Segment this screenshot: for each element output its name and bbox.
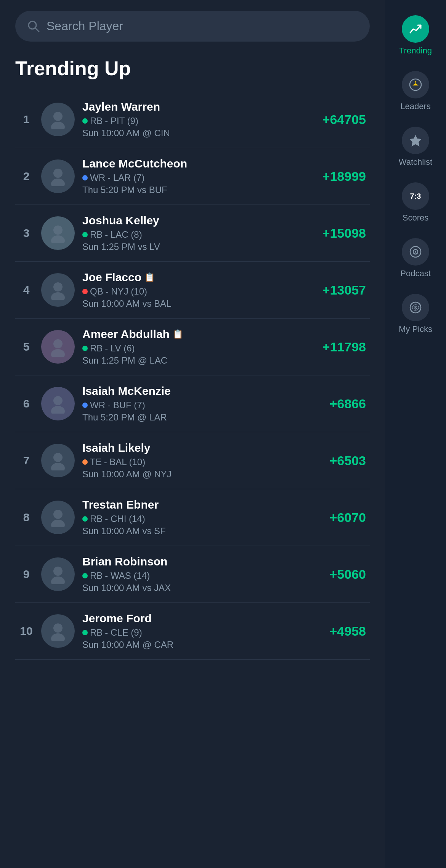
player-info: Lance McCutcheon WR - LAR (7) Thu 5:20 P… — [82, 157, 305, 195]
trending-icon-bg — [402, 15, 429, 43]
avatar — [41, 330, 75, 364]
main-content: Search Player Trending Up 1 Jaylen Warre… — [0, 0, 385, 868]
status-dot — [82, 573, 88, 578]
scores-badge: 7:3 — [407, 190, 424, 202]
sidebar-label-podcast: Podcast — [400, 269, 431, 279]
svg-point-11 — [51, 349, 65, 357]
player-info: Jerome Ford RB - CLE (9) Sun 10:00 AM @ … — [82, 612, 305, 650]
player-separator: - CHI (14) — [105, 514, 145, 524]
avatar-silhouette — [48, 337, 68, 357]
sidebar-item-scores[interactable]: 7:3 Scores — [385, 175, 446, 230]
list-item[interactable]: 1 Jaylen Warren RB - PIT (9) Sun 10:00 A… — [15, 91, 370, 148]
player-position: RB — [90, 570, 103, 581]
player-meta: RB - LAC (8) — [82, 229, 305, 240]
player-name: Ameer Abdullah📋 — [82, 328, 305, 341]
list-item[interactable]: 5 Ameer Abdullah📋 RB - LV (6) Sun 1:25 P… — [15, 319, 370, 375]
player-score: +5060 — [313, 567, 366, 582]
player-rank: 3 — [19, 227, 34, 240]
svg-point-7 — [51, 235, 65, 243]
list-item[interactable]: 2 Lance McCutcheon WR - LAR (7) Thu 5:20… — [15, 148, 370, 205]
svg-point-19 — [51, 577, 65, 584]
player-score: +6866 — [313, 396, 366, 411]
player-rank: 5 — [19, 340, 34, 353]
player-name: Joshua Kelley — [82, 214, 305, 227]
sidebar-item-watchlist[interactable]: Watchlist — [385, 119, 446, 175]
player-info: Ameer Abdullah📋 RB - LV (6) Sun 1:25 PM … — [82, 328, 305, 366]
svg-text:$: $ — [414, 305, 417, 311]
player-name: Jerome Ford — [82, 612, 305, 625]
avatar — [41, 159, 75, 193]
avatar — [41, 387, 75, 420]
scores-icon-bg: 7:3 — [402, 182, 429, 210]
avatar-silhouette — [48, 564, 68, 584]
sidebar-label-leaders: Leaders — [400, 101, 431, 111]
list-item[interactable]: 7 Isaiah Likely TE - BAL (10) Sun 10:00 … — [15, 432, 370, 489]
avatar-silhouette — [48, 166, 68, 186]
avatar-silhouette — [48, 451, 68, 470]
avatar — [41, 557, 75, 591]
player-position: RB — [90, 514, 103, 524]
player-score: +13057 — [313, 283, 366, 298]
player-position: QB — [90, 286, 103, 297]
svg-point-5 — [51, 179, 65, 186]
search-icon — [27, 19, 40, 33]
list-item[interactable]: 9 Brian Robinson RB - WAS (14) Sun 10:00… — [15, 546, 370, 603]
list-item[interactable]: 6 Isaiah McKenzie WR - BUF (7) Thu 5:20 … — [15, 375, 370, 432]
watchlist-icon-bg — [402, 127, 429, 154]
avatar — [41, 501, 75, 534]
player-score: +6070 — [313, 510, 366, 525]
svg-line-1 — [35, 28, 39, 32]
sidebar-item-leaders[interactable]: 1 Leaders — [385, 63, 446, 119]
sidebar-label-scores: Scores — [403, 213, 428, 223]
sidebar-item-mypicks[interactable]: $ My Picks — [385, 286, 446, 342]
svg-point-21 — [51, 633, 65, 641]
player-schedule: Sun 10:00 AM @ NYJ — [82, 469, 305, 480]
list-item[interactable]: 8 Trestan Ebner RB - CHI (14) Sun 10:00 … — [15, 489, 370, 546]
player-meta: WR - BUF (7) — [82, 400, 305, 411]
svg-point-17 — [51, 520, 65, 527]
svg-point-10 — [53, 339, 63, 348]
list-item[interactable]: 3 Joshua Kelley RB - LAC (8) Sun 1:25 PM… — [15, 205, 370, 262]
svg-point-16 — [53, 510, 63, 519]
player-separator: - BUF (7) — [107, 400, 145, 411]
player-rank: 10 — [19, 625, 34, 638]
list-item[interactable]: 4 Joe Flacco📋 QB - NYJ (10) Sun 10:00 AM… — [15, 262, 370, 319]
player-separator: - LAR (7) — [107, 172, 144, 183]
player-rank: 1 — [19, 113, 34, 126]
player-name: Jaylen Warren — [82, 100, 305, 113]
player-position: RB — [90, 229, 103, 240]
player-schedule: Thu 5:20 PM vs BUF — [82, 185, 305, 195]
avatar-silhouette — [48, 110, 68, 129]
svg-point-14 — [53, 453, 63, 462]
player-separator: - BAL (10) — [104, 457, 145, 467]
avatar-silhouette — [48, 223, 68, 243]
player-schedule: Sun 10:00 AM @ CIN — [82, 128, 305, 138]
status-dot — [82, 630, 88, 635]
list-item[interactable]: 10 Jerome Ford RB - CLE (9) Sun 10:00 AM… — [15, 603, 370, 660]
sidebar-label-watchlist: Watchlist — [399, 157, 432, 167]
avatar-silhouette — [48, 621, 68, 641]
player-rank: 8 — [19, 511, 34, 524]
player-name: Trestan Ebner — [82, 498, 305, 511]
status-dot — [82, 118, 88, 124]
player-info: Joshua Kelley RB - LAC (8) Sun 1:25 PM v… — [82, 214, 305, 252]
player-meta: RB - LV (6) — [82, 343, 305, 354]
sidebar-item-trending[interactable]: Trending — [385, 8, 446, 63]
player-position: RB — [90, 627, 103, 638]
player-separator: - LAC (8) — [105, 229, 142, 240]
player-score: +4958 — [313, 624, 366, 639]
player-info: Jaylen Warren RB - PIT (9) Sun 10:00 AM … — [82, 100, 305, 138]
avatar-silhouette — [48, 507, 68, 527]
player-position: TE — [90, 457, 102, 467]
player-score: +64705 — [313, 112, 366, 127]
sidebar-label-trending: Trending — [399, 46, 432, 56]
player-position: WR — [90, 172, 105, 183]
player-name: Joe Flacco📋 — [82, 271, 305, 284]
sidebar-item-podcast[interactable]: Podcast — [385, 230, 446, 286]
search-bar[interactable]: Search Player — [15, 11, 370, 42]
player-schedule: Sun 1:25 PM vs LV — [82, 242, 305, 252]
svg-point-18 — [53, 567, 63, 576]
player-list: 1 Jaylen Warren RB - PIT (9) Sun 10:00 A… — [15, 91, 370, 660]
player-position: RB — [90, 116, 103, 126]
svg-point-8 — [53, 282, 63, 291]
